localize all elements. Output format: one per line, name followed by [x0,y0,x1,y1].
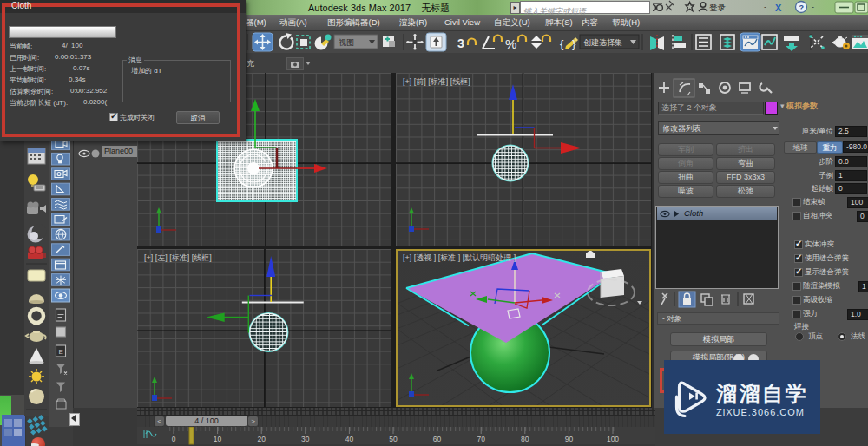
svg-text:90: 90 [565,435,574,443]
svg-text:{: { [560,37,564,50]
svg-text:视图: 视图 [339,38,354,47]
svg-text:[+] [前] [标准] [线框]: [+] [前] [标准] [线框] [403,77,470,86]
svg-text:[+] [左] [标准] [线框]: [+] [左] [标准] [线框] [144,253,212,262]
svg-text:-: - [764,3,766,11]
svg-text:}: } [572,37,576,50]
svg-text:创建选择集: 创建选择集 [583,38,622,47]
svg-text:3: 3 [457,36,464,50]
svg-text:0: 0 [172,435,176,443]
svg-text:溜溜自学: 溜溜自学 [715,382,808,405]
svg-text:10: 10 [214,435,222,443]
svg-text:ZiXUE.3066.COM: ZiXUE.3066.COM [716,407,805,417]
svg-text:登录: 登录 [709,3,727,12]
svg-text:80: 80 [521,435,529,443]
svg-text:50: 50 [389,435,398,443]
svg-text:[+] [透视 ] [标准 ] [默认明暗处理 ]: [+] [透视 ] [标准 ] [默认明暗处理 ] [403,253,516,262]
svg-text:20: 20 [257,435,266,443]
svg-text:100: 100 [607,435,619,443]
svg-text:-: - [812,3,814,11]
svg-text:X: X [775,3,782,13]
svg-text:%: % [505,36,516,51]
svg-text:30: 30 [301,435,310,443]
svg-text:40: 40 [345,435,354,443]
svg-text:70: 70 [477,435,485,443]
svg-text:?: ? [799,3,805,12]
svg-text:60: 60 [433,435,442,443]
svg-text:E: E [59,348,63,356]
